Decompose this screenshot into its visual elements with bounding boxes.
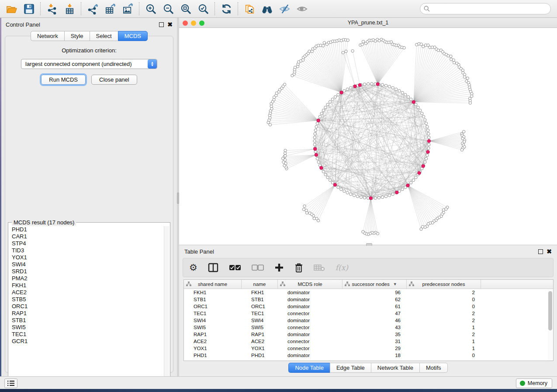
network-node[interactable] <box>337 93 339 96</box>
network-node[interactable] <box>340 188 343 190</box>
network-node[interactable] <box>425 157 427 160</box>
mcds-result-item[interactable]: SWI4 <box>9 261 163 268</box>
export-image-button[interactable] <box>120 1 135 16</box>
network-leaf-node[interactable] <box>447 55 450 57</box>
mcds-result-item[interactable]: GCR1 <box>9 338 163 345</box>
mcds-dominator-node[interactable] <box>422 165 425 168</box>
show-panels-button[interactable] <box>4 378 17 388</box>
column-header-MCDS-role[interactable]: MCDS role <box>278 280 343 289</box>
network-node[interactable] <box>313 136 316 139</box>
network-node[interactable] <box>316 157 318 160</box>
create-column-button[interactable] <box>274 261 284 274</box>
network-node[interactable] <box>384 84 387 87</box>
network-leaf-node[interactable] <box>323 41 325 44</box>
mcds-dominator-node[interactable] <box>426 150 429 153</box>
export-network-button[interactable] <box>85 1 100 16</box>
minimize-window-icon[interactable] <box>191 21 196 26</box>
table-row[interactable]: SWI4SWI4dominator462 <box>184 317 553 324</box>
network-node[interactable] <box>316 122 318 124</box>
network-leaf-node[interactable] <box>362 40 364 43</box>
network-node[interactable] <box>317 161 320 163</box>
close-panel-button[interactable]: Close panel <box>91 75 137 85</box>
network-node[interactable] <box>315 125 318 128</box>
mcds-dominator-node[interactable] <box>395 191 398 194</box>
scrollbar-thumb[interactable] <box>548 291 552 330</box>
network-node[interactable] <box>337 186 339 189</box>
search-input[interactable] <box>432 4 547 13</box>
network-node[interactable] <box>422 115 425 118</box>
mcds-dominator-node[interactable] <box>333 183 336 186</box>
tab-edge-table[interactable]: Edge Table <box>330 363 371 373</box>
mcds-result-item[interactable]: YOX1 <box>9 254 163 261</box>
table-settings-button[interactable]: ⚙ <box>189 261 197 274</box>
mcds-dominator-node[interactable] <box>418 172 421 175</box>
zoom-fit-button[interactable] <box>178 1 194 16</box>
import-table-button[interactable] <box>62 1 77 16</box>
network-node[interactable] <box>349 193 352 196</box>
network-leaf-node[interactable] <box>283 83 286 86</box>
network-node[interactable] <box>363 196 366 199</box>
table-row[interactable]: TEC1TEC1connector472 <box>184 310 553 317</box>
mcds-result-item[interactable]: PMA2 <box>9 275 163 282</box>
zoom-in-button[interactable] <box>143 1 159 16</box>
mcds-dominator-node[interactable] <box>340 91 343 94</box>
clone-network-button[interactable] <box>242 1 257 16</box>
mcds-result-scrollbar[interactable] <box>164 226 169 383</box>
tab-network[interactable]: Network <box>31 31 64 41</box>
network-node[interactable] <box>353 194 355 196</box>
mcds-result-item[interactable]: STB1 <box>9 317 163 324</box>
table-row[interactable]: ORC1ORC1dominator610 <box>184 303 553 310</box>
table-row[interactable]: YOX1YOX1connector291 <box>184 345 553 352</box>
network-node[interactable] <box>343 89 346 92</box>
network-node[interactable] <box>314 132 316 135</box>
network-leaf-node[interactable] <box>442 209 445 211</box>
network-leaf-node[interactable] <box>351 50 354 52</box>
network-node[interactable] <box>428 143 430 146</box>
mcds-dominator-node[interactable] <box>315 153 318 156</box>
network-node[interactable] <box>426 129 429 131</box>
import-network-button[interactable] <box>44 1 60 16</box>
network-node[interactable] <box>377 196 380 199</box>
network-node[interactable] <box>314 150 317 153</box>
mcds-dominator-node[interactable] <box>314 148 317 151</box>
network-node[interactable] <box>322 170 325 173</box>
network-node[interactable] <box>313 140 316 142</box>
network-node[interactable] <box>346 88 349 90</box>
refresh-view-button[interactable] <box>218 1 234 16</box>
network-leaf-node[interactable] <box>450 55 452 58</box>
network-node[interactable] <box>424 119 426 121</box>
mcds-result-item[interactable]: SRD1 <box>9 268 163 275</box>
network-node[interactable] <box>409 181 412 184</box>
network-leaf-node[interactable] <box>460 148 463 151</box>
tab-style[interactable]: Style <box>64 31 90 41</box>
show-columns-button[interactable] <box>208 261 218 274</box>
table-row[interactable]: PHD1PHD1dominator180 <box>184 352 553 359</box>
mcds-result-item[interactable]: TEC1 <box>9 331 163 338</box>
mcds-result-item[interactable]: STB5 <box>9 296 163 303</box>
network-leaf-node[interactable] <box>463 76 466 78</box>
close-panel-icon[interactable]: ✖ <box>167 22 173 27</box>
column-header-shared-name[interactable]: shared name <box>184 280 242 289</box>
network-node[interactable] <box>313 143 316 146</box>
float-panel-icon[interactable] <box>538 249 543 254</box>
network-node[interactable] <box>426 125 429 128</box>
mcds-dominator-node[interactable] <box>320 166 323 169</box>
network-leaf-node[interactable] <box>302 208 305 211</box>
network-node[interactable] <box>426 154 429 156</box>
network-leaf-node[interactable] <box>345 50 347 52</box>
zoom-out-button[interactable] <box>160 1 176 16</box>
network-leaf-node[interactable] <box>437 49 439 52</box>
network-node[interactable] <box>314 129 317 131</box>
optimization-criterion-select[interactable]: largest connected component (undirected)… <box>21 59 157 69</box>
network-node[interactable] <box>388 85 391 88</box>
network-leaf-node[interactable] <box>471 95 473 97</box>
network-node[interactable] <box>343 190 346 193</box>
column-header-predecessor-nodes[interactable]: predecessor nodes <box>407 280 481 289</box>
network-node[interactable] <box>401 91 404 94</box>
network-node[interactable] <box>320 112 323 115</box>
tab-mcds[interactable]: MCDS <box>118 31 148 41</box>
delete-column-button[interactable] <box>294 261 303 274</box>
mcds-result-item[interactable]: PHD1 <box>9 226 163 233</box>
network-node[interactable] <box>329 179 331 181</box>
network-node[interactable] <box>421 112 423 115</box>
